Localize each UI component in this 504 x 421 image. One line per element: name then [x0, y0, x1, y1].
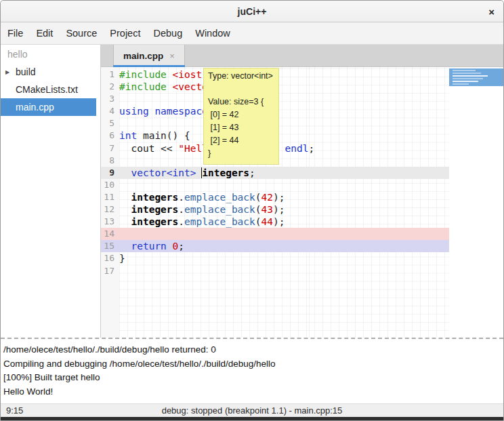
code-line-14[interactable]: 14	[101, 228, 503, 240]
minimap-text-streak	[453, 73, 481, 74]
menu-item-window[interactable]: Window	[195, 28, 230, 39]
minimap-text-streak	[453, 78, 483, 79]
line-number: 15	[101, 240, 119, 252]
tooltip-line	[208, 83, 274, 96]
minimap-text-streak	[453, 70, 476, 71]
code-line-1[interactable]: 1#include <iostream>	[101, 68, 503, 81]
line-number: 6	[101, 129, 119, 142]
tooltip-line: Value: size=3 {	[208, 96, 274, 108]
line-number: 3	[101, 93, 119, 105]
output-line: Hello World!	[3, 385, 501, 399]
output-line: Compiling and debugging /home/olece/test…	[3, 357, 501, 372]
window-title: juCi++	[238, 6, 267, 17]
editor-column: main.cpp× 1#include <iostream>2#include …	[101, 45, 503, 338]
code-line-6[interactable]: 6int main() {	[101, 129, 503, 142]
line-number: 13	[101, 216, 119, 228]
line-number: 8	[101, 155, 119, 167]
code-line-16[interactable]: 16}	[101, 252, 503, 264]
line-number: 10	[101, 179, 119, 191]
expander-icon[interactable]: ▶	[5, 69, 9, 75]
file-label: main.cpp	[16, 102, 54, 113]
main-split: hello ▶buildCMakeLists.txtmain.cpp main.…	[1, 45, 503, 338]
tooltip-line: [2] = 44	[208, 134, 274, 147]
code-editor[interactable]: 1#include <iostream>2#include <vector>34…	[101, 67, 503, 338]
window-bottom-edge	[1, 417, 503, 421]
title-bar[interactable]: juCi++ ×	[1, 1, 503, 22]
debug-value-tooltip: Type: vector<int> Value: size=3 { [0] = …	[203, 68, 279, 165]
line-number: 1	[101, 68, 119, 81]
debug-status-text: debug: stopped (breakpoint 1.1) - main.c…	[1, 405, 503, 416]
file-label: CMakeLists.txt	[16, 84, 78, 95]
code-text: int main() {	[119, 129, 190, 142]
code-line-8[interactable]: 8	[101, 155, 503, 167]
code-text: integers.emplace_back(43);	[119, 203, 285, 216]
line-number: 7	[101, 142, 119, 155]
menu-item-file[interactable]: File	[7, 28, 23, 39]
code-line-9[interactable]: 9 vector<int> integers;	[101, 167, 503, 179]
code-line-12[interactable]: 12 integers.emplace_back(43);	[101, 203, 503, 216]
app-window: juCi++ × FileEditSourceProjectDebugWindo…	[0, 0, 504, 421]
sidebar-item-cmakelists-txt[interactable]: CMakeLists.txt	[1, 81, 100, 98]
line-number: 17	[101, 265, 119, 277]
status-bar: debug: stopped (breakpoint 1.1) - main.c…	[1, 403, 503, 417]
code-line-7[interactable]: 7 cout << "Hello World!" << endl;	[101, 142, 503, 155]
code-rows: 1#include <iostream>2#include <vector>34…	[101, 68, 503, 277]
line-number: 9	[101, 167, 119, 179]
line-number: 11	[101, 191, 119, 203]
code-text: return 0;	[119, 240, 184, 252]
line-number: 5	[101, 117, 119, 129]
minimap-text-streak	[453, 75, 488, 77]
file-sidebar: hello ▶buildCMakeLists.txtmain.cpp	[1, 45, 101, 338]
code-text: integers.emplace_back(42);	[119, 191, 285, 203]
minimap-text-streak	[453, 83, 469, 85]
code-line-11[interactable]: 11 integers.emplace_back(42);	[101, 191, 503, 203]
code-line-5[interactable]: 5	[101, 117, 503, 129]
text-cursor: integers	[201, 167, 249, 178]
tooltip-line: [0] = 42	[208, 108, 274, 121]
project-name: hello	[1, 45, 100, 63]
tooltip-line: Type: vector<int>	[208, 70, 274, 83]
menu-item-project[interactable]: Project	[110, 28, 140, 39]
menu-bar: FileEditSourceProjectDebugWindow	[1, 22, 503, 45]
tab-close-icon[interactable]: ×	[169, 51, 175, 61]
line-number: 4	[101, 105, 119, 117]
code-line-2[interactable]: 2#include <vector>	[101, 81, 503, 93]
code-line-13[interactable]: 13 integers.emplace_back(44);	[101, 216, 503, 228]
tooltip-line: [1] = 43	[208, 121, 274, 134]
output-panel[interactable]: /home/olece/test/hello/./build/debug/hel…	[1, 338, 503, 403]
output-line: [100%] Built target hello	[3, 371, 501, 385]
output-line: /home/olece/test/hello/./build/debug/hel…	[3, 343, 501, 357]
line-number: 2	[101, 81, 119, 93]
tab-strip: main.cpp×	[101, 45, 503, 67]
file-label: build	[16, 66, 36, 77]
overview-minimap[interactable]	[449, 67, 503, 338]
menu-item-debug[interactable]: Debug	[153, 28, 182, 39]
line-number: 16	[101, 252, 119, 264]
code-line-15[interactable]: 15 return 0;	[101, 240, 503, 252]
tab-main-cpp[interactable]: main.cpp×	[113, 45, 185, 66]
tooltip-line: }	[208, 147, 274, 160]
menu-item-source[interactable]: Source	[66, 28, 97, 39]
tab-label: main.cpp	[123, 51, 163, 61]
code-line-10[interactable]: 10	[101, 179, 503, 191]
cursor-position: 9:15	[1, 405, 23, 416]
code-text: integers.emplace_back(44);	[119, 216, 285, 228]
code-line-3[interactable]: 3	[101, 93, 503, 105]
menu-item-edit[interactable]: Edit	[36, 28, 53, 39]
code-line-17[interactable]: 17	[101, 265, 503, 277]
code-text: vector<int> integers;	[119, 167, 255, 179]
file-tree: ▶buildCMakeLists.txtmain.cpp	[1, 63, 100, 116]
minimap-text-streak	[453, 81, 478, 82]
sidebar-item-build[interactable]: ▶build	[1, 63, 100, 81]
code-line-4[interactable]: 4using namespace std;	[101, 105, 503, 117]
sidebar-item-main-cpp[interactable]: main.cpp	[1, 98, 96, 116]
code-text: }	[119, 252, 125, 264]
minimap-viewport[interactable]	[449, 68, 503, 86]
close-icon[interactable]: ×	[488, 5, 495, 17]
line-number: 12	[101, 203, 119, 216]
line-number: 14	[101, 228, 119, 240]
